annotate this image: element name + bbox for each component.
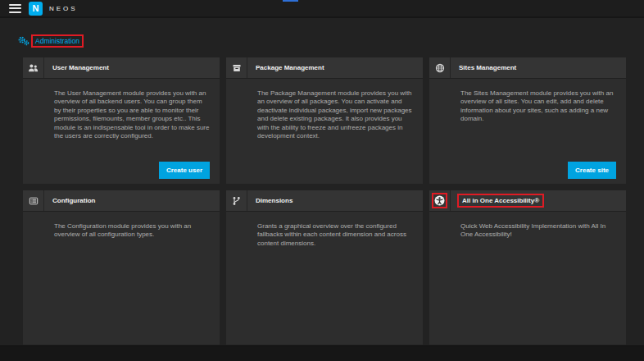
card-title: Configuration <box>44 197 95 204</box>
card-description: The User Management module provides you … <box>23 79 220 140</box>
card-configuration[interactable]: Configuration The Configuration module p… <box>23 190 220 345</box>
menu-toggle-icon[interactable] <box>9 4 21 13</box>
fork-icon <box>226 190 247 211</box>
cogs-icon <box>18 36 29 46</box>
neos-wordmark: NEOS <box>49 5 78 12</box>
card-all-in-one-accessibility[interactable]: All in One Accessibility® Quick Web Acce… <box>429 190 626 345</box>
card-title: Package Management <box>247 64 324 71</box>
card-sites-management[interactable]: Sites Management The Sites Management mo… <box>429 57 626 184</box>
create-user-button[interactable]: Create user <box>159 162 210 179</box>
administration-link[interactable]: Administration <box>31 34 84 48</box>
create-site-button[interactable]: Create site <box>568 162 616 179</box>
card-title: All in One Accessibility® <box>457 194 544 208</box>
card-dimensions[interactable]: Dimensions Grants a graphical overview o… <box>226 190 423 345</box>
card-user-management[interactable]: User Management The User Management modu… <box>23 57 220 184</box>
globe-icon <box>429 57 451 78</box>
card-header: Package Management <box>226 57 423 79</box>
card-title: Dimensions <box>247 197 293 204</box>
card-description: Grants a graphical overview over the con… <box>226 212 423 248</box>
neos-logo[interactable]: N <box>29 2 43 16</box>
card-header: User Management <box>23 57 220 79</box>
card-title: User Management <box>44 64 109 71</box>
card-header: All in One Accessibility® <box>429 190 626 212</box>
users-icon <box>23 57 44 78</box>
card-header: Dimensions <box>226 190 423 212</box>
card-description: The Configuration module provides you wi… <box>23 212 220 240</box>
card-description: Quick Web Accessibility Implementation w… <box>429 212 626 240</box>
card-header: Sites Management <box>429 57 626 79</box>
card-description: The Package Management module provides y… <box>226 79 423 140</box>
footer-bar <box>0 345 644 361</box>
card-package-management[interactable]: Package Management The Package Managemen… <box>226 57 423 184</box>
list-icon <box>23 190 44 211</box>
loading-indicator <box>283 0 298 2</box>
module-cards-grid: User Management The User Management modu… <box>23 57 626 345</box>
section-header: Administration <box>18 34 84 48</box>
accessibility-icon <box>434 195 445 206</box>
top-bar: N NEOS <box>0 0 644 18</box>
card-description: The Sites Management module provides you… <box>429 79 626 124</box>
card-header: Configuration <box>23 190 220 212</box>
accessibility-icon-annotation <box>432 193 447 208</box>
archive-icon <box>226 57 247 78</box>
icon-cell <box>429 190 451 211</box>
card-title: Sites Management <box>451 64 516 71</box>
